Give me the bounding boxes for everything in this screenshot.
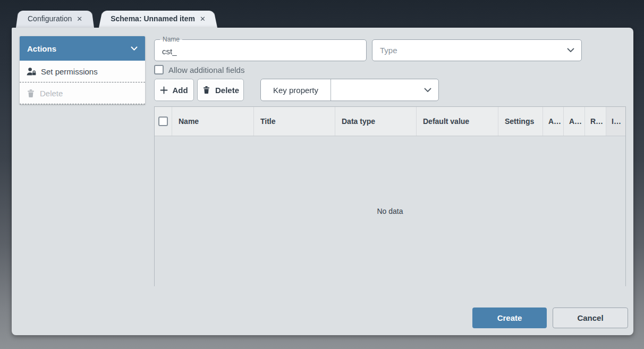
column-header-settings[interactable]: Settings: [498, 107, 543, 136]
table-header-row: Name Title Data type Default value Setti…: [155, 107, 625, 136]
column-header-title[interactable]: Title: [254, 107, 335, 136]
add-button[interactable]: Add: [154, 79, 194, 101]
column-header-name[interactable]: Name: [172, 107, 254, 136]
column-header-r[interactable]: R…: [585, 107, 606, 136]
cancel-button[interactable]: Cancel: [553, 308, 628, 328]
column-header-a2[interactable]: A…: [564, 107, 585, 136]
actions-panel: Actions Set permissions D: [20, 36, 145, 104]
close-icon[interactable]: ✕: [77, 15, 82, 22]
tab-configuration[interactable]: Configuration ✕: [16, 10, 94, 28]
cancel-button-label: Cancel: [577, 313, 603, 322]
action-item-delete[interactable]: Delete: [20, 82, 145, 104]
column-header-a1[interactable]: A…: [543, 107, 564, 136]
tab-label: Configuration: [28, 14, 72, 23]
name-field: Name: [154, 39, 367, 61]
action-item-set-permissions[interactable]: Set permissions: [20, 61, 145, 82]
type-select-placeholder: Type: [372, 46, 567, 55]
action-item-label: Delete: [40, 89, 63, 98]
column-header-i[interactable]: I…: [606, 107, 625, 136]
chevron-down-icon: [131, 46, 138, 51]
key-property-select[interactable]: [331, 79, 438, 101]
delete-button[interactable]: Delete: [197, 79, 244, 101]
trash-icon: [26, 88, 36, 98]
allow-additional-fields-row: Allow additional fields: [154, 65, 244, 74]
chevron-down-icon: [567, 48, 574, 53]
application-window: Configuration ✕ Schema: Unnamed item ✕ A…: [0, 0, 644, 349]
column-header-data-type[interactable]: Data type: [335, 107, 417, 136]
trash-icon: [202, 85, 211, 95]
schema-editor-panel: Actions Set permissions D: [12, 28, 633, 335]
table-header-checkbox-cell: [155, 107, 172, 136]
key-property-group: Key property: [260, 79, 439, 101]
schema-fields-table: Name Title Data type Default value Setti…: [154, 106, 626, 286]
type-select[interactable]: Type: [372, 39, 582, 61]
tab-label: Schema: Unnamed item: [111, 14, 195, 23]
person-lock-icon: [26, 67, 37, 77]
create-button-label: Create: [497, 313, 522, 322]
key-property-label: Key property: [261, 79, 331, 101]
tab-bar: Configuration ✕ Schema: Unnamed item ✕: [16, 10, 217, 28]
column-header-default-value[interactable]: Default value: [417, 107, 498, 136]
delete-button-label: Delete: [215, 86, 239, 95]
select-all-checkbox[interactable]: [158, 117, 168, 126]
table-body: No data: [155, 136, 625, 286]
allow-additional-fields-checkbox[interactable]: [154, 65, 164, 74]
close-icon[interactable]: ✕: [200, 15, 206, 22]
action-item-label: Set permissions: [41, 67, 98, 76]
name-field-label: Name: [160, 36, 182, 44]
actions-panel-title: Actions: [27, 44, 56, 53]
no-data-message: No data: [377, 207, 403, 215]
add-button-label: Add: [172, 86, 188, 95]
actions-panel-header[interactable]: Actions: [20, 36, 145, 61]
chevron-down-icon: [424, 88, 431, 93]
create-button[interactable]: Create: [472, 308, 547, 328]
name-input[interactable]: [155, 40, 366, 61]
allow-additional-fields-label: Allow additional fields: [168, 65, 244, 74]
tab-schema-unnamed-item[interactable]: Schema: Unnamed item ✕: [99, 10, 217, 28]
plus-icon: [160, 86, 168, 94]
